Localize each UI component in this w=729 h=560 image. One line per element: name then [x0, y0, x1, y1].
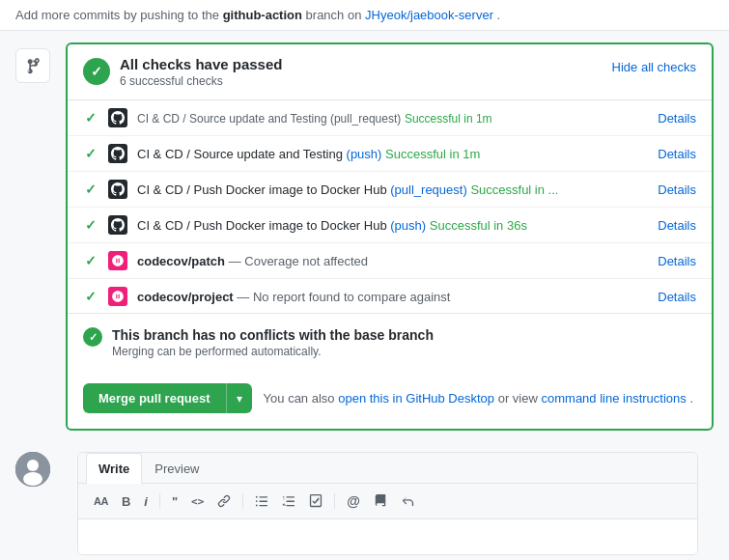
- checks-passed-icon: ✓: [83, 58, 110, 85]
- check-type-text: (pull_request): [390, 182, 467, 197]
- check-item: ✓ CI & CD / Source update and Testing (p…: [68, 136, 712, 172]
- check-item: ✓ CI & CD / Source update and Testing (p…: [68, 100, 712, 136]
- top-bar: Add more commits by pushing to the githu…: [0, 0, 729, 31]
- merge-note: You can also open this in GitHub Desktop…: [264, 391, 693, 406]
- checks-summary-text: All checks have passed 6 successful chec…: [120, 56, 282, 88]
- tab-write[interactable]: Write: [86, 453, 142, 484]
- check-type-text: (push): [390, 218, 426, 233]
- toolbar-bold-button[interactable]: B: [116, 490, 136, 513]
- toolbar-reply-button[interactable]: [395, 490, 420, 512]
- toolbar-unordered-list-button[interactable]: [249, 490, 274, 512]
- merge-note-prefix: You can also: [264, 391, 335, 406]
- toolbar-heading-button[interactable]: AA: [88, 491, 114, 511]
- check-name-text: codecov/project: [137, 290, 234, 304]
- toolbar-separator2: [242, 493, 243, 509]
- check-label: CI & CD / Push Docker image to Docker Hu…: [137, 182, 648, 197]
- check-tick-icon: ✓: [83, 110, 98, 126]
- toolbar-mention-button[interactable]: @: [341, 490, 366, 513]
- merge-button-group: Merge pull request ▾: [83, 383, 252, 413]
- toolbar-quote-button[interactable]: ": [166, 490, 183, 513]
- github-actions-icon: [108, 144, 127, 163]
- check-status-text: Successful in 36s: [430, 218, 527, 233]
- topbar-prefix: Add more commits by pushing to the: [15, 8, 219, 22]
- check-tick-icon: ✓: [83, 289, 98, 304]
- svg-point-1: [27, 460, 39, 471]
- comment-input-area[interactable]: [78, 519, 697, 554]
- check-label: CI & CD / Push Docker image to Docker Hu…: [137, 218, 648, 233]
- toolbar-separator: [159, 493, 160, 509]
- check-details-link[interactable]: Details: [658, 218, 696, 233]
- check-name-text: CI & CD / Push Docker image to Docker Hu…: [137, 182, 390, 197]
- checks-title: All checks have passed: [120, 56, 282, 72]
- branch-section: ✓ This branch has no conflicts with the …: [68, 313, 712, 372]
- check-item: ✓ codecov/project — No report found to c…: [68, 279, 712, 313]
- merge-dropdown-button[interactable]: ▾: [227, 383, 252, 413]
- check-name-text: CI & CD / Push Docker image to Docker Hu…: [137, 218, 390, 233]
- check-status-text2: Successful in 1m: [385, 147, 480, 161]
- tab-preview[interactable]: Preview: [142, 453, 211, 484]
- check-status-text: — Coverage not affected: [229, 254, 368, 268]
- check-item: ✓ codecov/patch — Coverage not affected …: [68, 243, 712, 279]
- check-status-text: — No report found to compare against: [237, 290, 450, 304]
- check-label: CI & CD / Source update and Testing (pul…: [137, 111, 648, 126]
- check-item: ✓ CI & CD / Push Docker image to Docker …: [68, 172, 712, 208]
- check-label-text: CI & CD / Source update and Testing (pul…: [137, 112, 401, 126]
- toolbar-italic-button[interactable]: i: [138, 490, 154, 513]
- check-tick-icon: ✓: [83, 217, 98, 233]
- codecov-icon: [108, 287, 127, 306]
- check-details-link[interactable]: Details: [658, 182, 696, 197]
- toolbar-separator3: [334, 493, 335, 509]
- checks-header: ✓ All checks have passed 6 successful ch…: [68, 44, 712, 100]
- check-details-link[interactable]: Details: [658, 147, 696, 161]
- check-label: CI & CD / Source update and Testing (pus…: [137, 147, 648, 161]
- toolbar-code-button[interactable]: <>: [185, 491, 210, 512]
- merge-note-middle: or view: [498, 391, 538, 406]
- github-actions-icon: [108, 108, 127, 127]
- toolbar-ordered-list-button[interactable]: [276, 490, 301, 512]
- check-tick-icon: ✓: [83, 146, 98, 161]
- branch-ok-icon: ✓: [83, 327, 102, 347]
- check-status-text: Successful in ...: [470, 182, 558, 197]
- check-label: codecov/project — No report found to com…: [137, 290, 648, 304]
- merge-pull-request-button[interactable]: Merge pull request: [83, 383, 227, 413]
- codecov-icon: [108, 251, 127, 270]
- check-type-text: (push): [347, 147, 382, 161]
- checks-header-left: ✓ All checks have passed 6 successful ch…: [83, 56, 282, 88]
- comment-tabs: Write Preview: [78, 453, 697, 484]
- git-icon-col: [15, 42, 54, 431]
- check-details-link[interactable]: Details: [658, 111, 696, 126]
- check-name-text: CI & CD / Source update and Testing: [137, 147, 347, 161]
- topbar-suffix: .: [497, 8, 501, 22]
- topbar-middle: branch on: [306, 8, 362, 22]
- toolbar-link-button[interactable]: [211, 490, 237, 512]
- check-status-text: Successful in 1m: [405, 112, 492, 126]
- check-tick-icon: ✓: [83, 253, 98, 268]
- comment-toolbar: AA B i " <>: [78, 484, 697, 519]
- check-name-text: codecov/patch: [137, 254, 225, 268]
- merge-section: Merge pull request ▾ You can also open t…: [68, 372, 712, 429]
- checks-subtitle: 6 successful checks: [120, 74, 282, 88]
- github-desktop-link[interactable]: open this in GitHub Desktop: [338, 391, 494, 406]
- git-branch-icon: [15, 48, 50, 83]
- branch-text: This branch has no conflicts with the ba…: [112, 327, 434, 358]
- command-line-link[interactable]: command line instructions: [542, 391, 687, 406]
- topbar-repo-link[interactable]: JHyeok/jaebook-server: [365, 8, 493, 22]
- github-actions-icon: [108, 215, 127, 235]
- toolbar-reference-button[interactable]: [368, 490, 393, 512]
- svg-point-2: [23, 472, 42, 486]
- comment-editor-panel: Write Preview AA B i " <>: [77, 452, 698, 555]
- branch-check-mark: ✓: [89, 331, 98, 344]
- checks-list: ✓ CI & CD / Source update and Testing (p…: [68, 100, 712, 313]
- check-item: ✓ CI & CD / Push Docker image to Docker …: [68, 208, 712, 243]
- merge-note-suffix: .: [689, 391, 693, 406]
- check-details-link[interactable]: Details: [658, 290, 696, 304]
- check-mark: ✓: [91, 64, 102, 79]
- check-label: codecov/patch — Coverage not affected: [137, 254, 648, 268]
- hide-all-checks-link[interactable]: Hide all checks: [612, 60, 696, 74]
- checks-panel: ✓ All checks have passed 6 successful ch…: [66, 42, 714, 431]
- toolbar-task-list-button[interactable]: [303, 490, 328, 512]
- topbar-branch: github-action: [223, 8, 302, 22]
- branch-subtitle: Merging can be performed automatically.: [112, 345, 434, 358]
- check-details-link[interactable]: Details: [658, 254, 696, 268]
- github-actions-icon: [108, 180, 127, 199]
